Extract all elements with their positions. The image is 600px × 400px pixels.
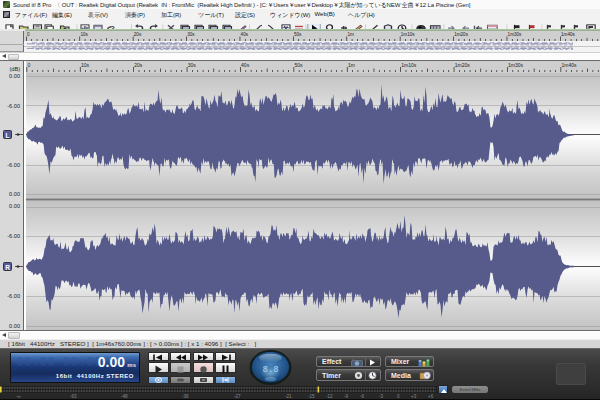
- svg-text:1m30s: 1m30s: [508, 62, 524, 68]
- svg-text:0: 0: [27, 32, 30, 37]
- svg-text:30s: 30s: [187, 62, 196, 68]
- svg-text:10s: 10s: [80, 62, 89, 68]
- svg-text:40s: 40s: [241, 62, 250, 68]
- svg-text:8.8: 8.8: [263, 364, 279, 374]
- svg-text:20s: 20s: [134, 32, 142, 37]
- svg-text:30s: 30s: [187, 32, 195, 37]
- svg-text:40s: 40s: [241, 32, 249, 37]
- svg-text:20s: 20s: [134, 62, 143, 68]
- svg-text:50s: 50s: [294, 62, 303, 68]
- svg-text:1m: 1m: [347, 62, 354, 68]
- svg-text:1m: 1m: [347, 32, 354, 37]
- svg-text:1m20s: 1m20s: [454, 32, 468, 37]
- svg-text:0: 0: [27, 62, 30, 68]
- svg-text:1m40s: 1m40s: [561, 32, 575, 37]
- svg-text:1m10s: 1m10s: [401, 32, 415, 37]
- svg-text:1m40s: 1m40s: [561, 62, 577, 68]
- svg-text:1m20s: 1m20s: [454, 62, 470, 68]
- svg-text:1m10s: 1m10s: [401, 62, 417, 68]
- svg-text:1m30s: 1m30s: [508, 32, 522, 37]
- svg-text:50s: 50s: [294, 32, 302, 37]
- svg-text:10s: 10s: [80, 32, 88, 37]
